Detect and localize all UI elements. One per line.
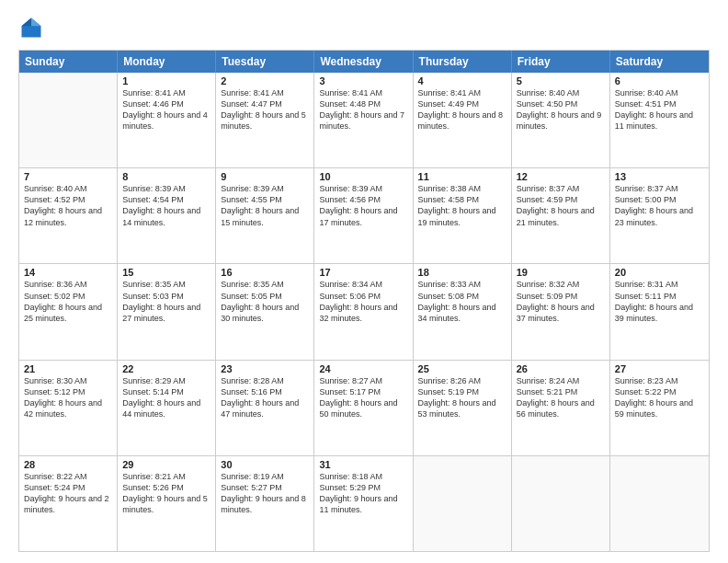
cal-cell-empty — [512, 456, 610, 551]
header-day-saturday: Saturday — [610, 51, 709, 73]
day-number: 17 — [319, 267, 407, 278]
day-number: 9 — [221, 171, 309, 182]
cal-cell-day-24: 24Sunrise: 8:27 AMSunset: 5:17 PMDayligh… — [314, 361, 413, 455]
cell-info: Sunrise: 8:36 AMSunset: 5:02 PMDaylight:… — [24, 279, 112, 324]
day-number: 20 — [615, 267, 704, 278]
cal-cell-day-6: 6Sunrise: 8:40 AMSunset: 4:51 PMDaylight… — [610, 73, 709, 167]
day-number: 19 — [517, 267, 605, 278]
cell-info: Sunrise: 8:39 AMSunset: 4:55 PMDaylight:… — [221, 183, 309, 228]
cell-info: Sunrise: 8:26 AMSunset: 5:19 PMDaylight:… — [418, 375, 506, 420]
cal-cell-day-27: 27Sunrise: 8:23 AMSunset: 5:22 PMDayligh… — [610, 361, 709, 455]
cell-info: Sunrise: 8:19 AMSunset: 5:27 PMDaylight:… — [221, 471, 309, 516]
day-number: 24 — [319, 363, 407, 374]
cell-info: Sunrise: 8:37 AMSunset: 4:59 PMDaylight:… — [517, 183, 605, 228]
cell-info: Sunrise: 8:41 AMSunset: 4:46 PMDaylight:… — [122, 87, 210, 132]
calendar-row-3: 21Sunrise: 8:30 AMSunset: 5:12 PMDayligh… — [19, 360, 709, 455]
day-number: 15 — [122, 267, 210, 278]
cell-info: Sunrise: 8:35 AMSunset: 5:03 PMDaylight:… — [122, 279, 210, 324]
cal-cell-day-15: 15Sunrise: 8:35 AMSunset: 5:03 PMDayligh… — [118, 264, 216, 359]
cell-info: Sunrise: 8:23 AMSunset: 5:22 PMDaylight:… — [615, 375, 704, 420]
cell-info: Sunrise: 8:32 AMSunset: 5:09 PMDaylight:… — [517, 279, 605, 324]
cal-cell-day-10: 10Sunrise: 8:39 AMSunset: 4:56 PMDayligh… — [314, 168, 413, 263]
cell-info: Sunrise: 8:40 AMSunset: 4:52 PMDaylight:… — [24, 183, 112, 228]
day-number: 14 — [24, 267, 112, 278]
cal-cell-empty — [19, 73, 118, 167]
cell-info: Sunrise: 8:30 AMSunset: 5:12 PMDaylight:… — [24, 375, 112, 420]
cal-cell-day-28: 28Sunrise: 8:22 AMSunset: 5:24 PMDayligh… — [19, 456, 118, 551]
cell-info: Sunrise: 8:40 AMSunset: 4:50 PMDaylight:… — [517, 87, 605, 132]
day-number: 7 — [24, 171, 112, 182]
day-number: 16 — [221, 267, 309, 278]
header-day-tuesday: Tuesday — [216, 51, 314, 73]
cal-cell-empty — [610, 456, 709, 551]
cell-info: Sunrise: 8:27 AMSunset: 5:17 PMDaylight:… — [319, 375, 407, 420]
cell-info: Sunrise: 8:40 AMSunset: 4:51 PMDaylight:… — [615, 87, 704, 132]
cell-info: Sunrise: 8:18 AMSunset: 5:29 PMDaylight:… — [319, 471, 407, 516]
day-number: 5 — [517, 75, 605, 86]
cal-cell-day-26: 26Sunrise: 8:24 AMSunset: 5:21 PMDayligh… — [512, 361, 610, 455]
calendar: SundayMondayTuesdayWednesdayThursdayFrid… — [18, 50, 710, 552]
cell-info: Sunrise: 8:22 AMSunset: 5:24 PMDaylight:… — [24, 471, 112, 516]
day-number: 11 — [418, 171, 506, 182]
cal-cell-day-14: 14Sunrise: 8:36 AMSunset: 5:02 PMDayligh… — [19, 264, 118, 359]
cal-cell-day-21: 21Sunrise: 8:30 AMSunset: 5:12 PMDayligh… — [19, 361, 118, 455]
day-number: 26 — [517, 363, 605, 374]
header-day-monday: Monday — [118, 51, 216, 73]
cal-cell-day-23: 23Sunrise: 8:28 AMSunset: 5:16 PMDayligh… — [216, 361, 314, 455]
day-number: 6 — [615, 75, 704, 86]
cal-cell-day-7: 7Sunrise: 8:40 AMSunset: 4:52 PMDaylight… — [19, 168, 118, 263]
cell-info: Sunrise: 8:24 AMSunset: 5:21 PMDaylight:… — [517, 375, 605, 420]
cell-info: Sunrise: 8:39 AMSunset: 4:56 PMDaylight:… — [319, 183, 407, 228]
day-number: 3 — [319, 75, 407, 86]
day-number: 23 — [221, 363, 309, 374]
logo-icon — [18, 15, 44, 40]
cal-cell-day-31: 31Sunrise: 8:18 AMSunset: 5:29 PMDayligh… — [314, 456, 413, 551]
page: SundayMondayTuesdayWednesdayThursdayFrid… — [0, 0, 728, 563]
cell-info: Sunrise: 8:21 AMSunset: 5:26 PMDaylight:… — [122, 471, 210, 516]
cal-cell-day-18: 18Sunrise: 8:33 AMSunset: 5:08 PMDayligh… — [414, 264, 512, 359]
cal-cell-day-4: 4Sunrise: 8:41 AMSunset: 4:49 PMDaylight… — [414, 73, 512, 167]
header-day-wednesday: Wednesday — [314, 51, 413, 73]
logo — [18, 15, 48, 40]
cell-info: Sunrise: 8:39 AMSunset: 4:54 PMDaylight:… — [122, 183, 210, 228]
day-number: 18 — [418, 267, 506, 278]
day-number: 21 — [24, 363, 112, 374]
cell-info: Sunrise: 8:33 AMSunset: 5:08 PMDaylight:… — [418, 279, 506, 324]
day-number: 31 — [319, 459, 407, 470]
cal-cell-day-22: 22Sunrise: 8:29 AMSunset: 5:14 PMDayligh… — [118, 361, 216, 455]
header — [18, 15, 710, 40]
day-number: 10 — [319, 171, 407, 182]
header-day-thursday: Thursday — [414, 51, 512, 73]
calendar-row-0: 1Sunrise: 8:41 AMSunset: 4:46 PMDaylight… — [19, 73, 709, 167]
cal-cell-day-9: 9Sunrise: 8:39 AMSunset: 4:55 PMDaylight… — [216, 168, 314, 263]
cal-cell-day-19: 19Sunrise: 8:32 AMSunset: 5:09 PMDayligh… — [512, 264, 610, 359]
cell-info: Sunrise: 8:31 AMSunset: 5:11 PMDaylight:… — [615, 279, 704, 324]
calendar-row-4: 28Sunrise: 8:22 AMSunset: 5:24 PMDayligh… — [19, 455, 709, 551]
day-number: 8 — [122, 171, 210, 182]
cal-cell-day-11: 11Sunrise: 8:38 AMSunset: 4:58 PMDayligh… — [414, 168, 512, 263]
day-number: 2 — [221, 75, 309, 86]
cell-info: Sunrise: 8:41 AMSunset: 4:49 PMDaylight:… — [418, 87, 506, 132]
calendar-header: SundayMondayTuesdayWednesdayThursdayFrid… — [19, 51, 709, 73]
header-day-sunday: Sunday — [19, 51, 118, 73]
cal-cell-day-3: 3Sunrise: 8:41 AMSunset: 4:48 PMDaylight… — [314, 73, 413, 167]
cell-info: Sunrise: 8:34 AMSunset: 5:06 PMDaylight:… — [319, 279, 407, 324]
cell-info: Sunrise: 8:41 AMSunset: 4:48 PMDaylight:… — [319, 87, 407, 132]
cal-cell-day-13: 13Sunrise: 8:37 AMSunset: 5:00 PMDayligh… — [610, 168, 709, 263]
day-number: 4 — [418, 75, 506, 86]
cell-info: Sunrise: 8:41 AMSunset: 4:47 PMDaylight:… — [221, 87, 309, 132]
day-number: 30 — [221, 459, 309, 470]
calendar-row-1: 7Sunrise: 8:40 AMSunset: 4:52 PMDaylight… — [19, 167, 709, 263]
day-number: 1 — [122, 75, 210, 86]
cell-info: Sunrise: 8:28 AMSunset: 5:16 PMDaylight:… — [221, 375, 309, 420]
day-number: 12 — [517, 171, 605, 182]
cal-cell-day-8: 8Sunrise: 8:39 AMSunset: 4:54 PMDaylight… — [118, 168, 216, 263]
header-day-friday: Friday — [512, 51, 610, 73]
cal-cell-day-2: 2Sunrise: 8:41 AMSunset: 4:47 PMDaylight… — [216, 73, 314, 167]
calendar-body: 1Sunrise: 8:41 AMSunset: 4:46 PMDaylight… — [19, 73, 709, 551]
day-number: 29 — [122, 459, 210, 470]
cell-info: Sunrise: 8:35 AMSunset: 5:05 PMDaylight:… — [221, 279, 309, 324]
day-number: 25 — [418, 363, 506, 374]
day-number: 28 — [24, 459, 112, 470]
svg-marker-1 — [31, 18, 41, 27]
